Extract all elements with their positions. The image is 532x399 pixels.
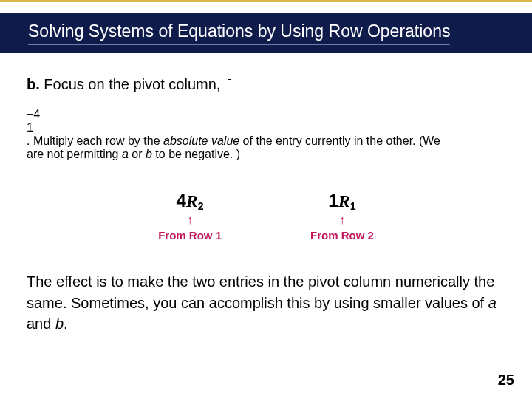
pivot-column-matrix xyxy=(228,81,235,91)
paragraph-2: The effect is to make the two entries in… xyxy=(27,271,505,334)
page-number: 25 xyxy=(498,372,514,389)
var-b-2: b xyxy=(55,316,64,332)
title-band: Solving Systems of Equations by Using Ro… xyxy=(0,13,532,53)
left-sub: 2 xyxy=(198,200,204,212)
var-a-2: a xyxy=(488,295,497,311)
from-row-left: From Row 1 xyxy=(158,229,222,242)
left-coef: 4 xyxy=(176,191,185,211)
row-op-left: 4R2 ↑ From Row 1 xyxy=(158,191,222,242)
matrix-entry-1: −4 xyxy=(27,108,505,121)
paragraph-1: b. Focus on the pivot column, xyxy=(27,74,505,95)
slide: Solving Systems of Equations by Using Ro… xyxy=(0,0,532,399)
row-op-diagram: 4R2 ↑ From Row 1 1R1 ↑ From Row 2 xyxy=(27,191,505,242)
row-op-right-expr: 1R1 xyxy=(310,191,374,211)
row-op-right: 1R1 ↑ From Row 2 xyxy=(310,191,374,242)
right-sub: 1 xyxy=(350,200,356,212)
right-coef: 1 xyxy=(328,191,338,211)
slide-body: b. Focus on the pivot column, −41. Multi… xyxy=(27,74,505,348)
p1-before: Focus on the pivot column, xyxy=(40,76,225,92)
row-op-left-expr: 4R2 xyxy=(158,191,222,211)
from-row-right: From Row 2 xyxy=(310,229,374,242)
up-arrow-icon: ↑ xyxy=(310,214,374,226)
matrix-entry-2: 1 xyxy=(27,121,505,134)
p1-after: Multiply each row by xyxy=(30,134,140,147)
var-b: b xyxy=(146,148,152,160)
italic-absolute-value: absolute value xyxy=(163,134,239,147)
var-a: a xyxy=(122,148,129,160)
step-label: b. xyxy=(27,76,40,92)
left-var: R xyxy=(186,191,198,211)
slide-title: Solving Systems of Equations by Using Ro… xyxy=(28,21,450,45)
up-arrow-icon: ↑ xyxy=(158,214,222,226)
right-var: R xyxy=(338,191,350,211)
